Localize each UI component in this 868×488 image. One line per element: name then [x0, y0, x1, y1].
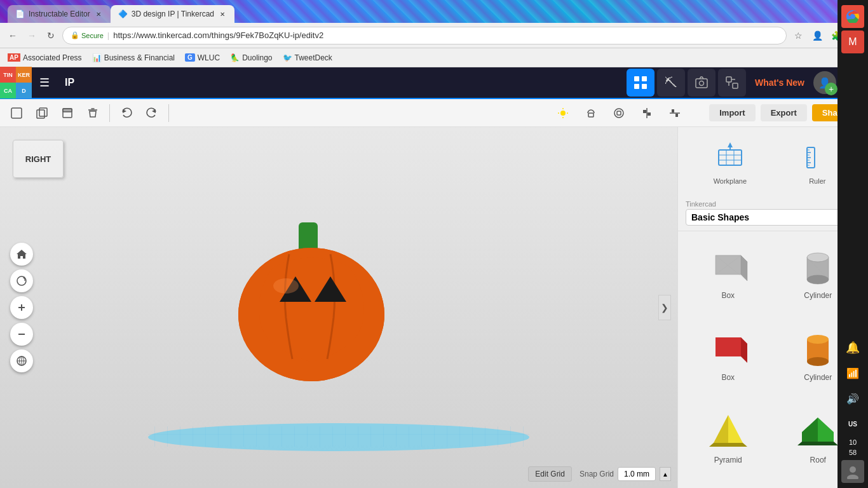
panel-category-parent: Tinkercad: [686, 200, 860, 208]
add-user-button[interactable]: +: [825, 83, 837, 95]
secure-badge: 🔒 Secure: [71, 31, 104, 39]
undo-button[interactable]: [115, 102, 138, 125]
align-objects-button[interactable]: [635, 102, 658, 125]
svg-marker-67: [741, 255, 747, 281]
viewport[interactable]: RIGHT: [0, 127, 677, 488]
zoom-in-button[interactable]: [10, 296, 33, 319]
volume-icon[interactable]: 🔊: [841, 387, 864, 410]
panel-category-select[interactable]: Basic Shapes ▼: [686, 209, 860, 226]
tab-tinkercad[interactable]: 🔷 3D design IP | Tinkercad ✕: [111, 5, 234, 23]
tab-close-2[interactable]: ✕: [218, 10, 227, 18]
bookmark-button[interactable]: ☆: [790, 28, 806, 43]
shape-box-red[interactable]: Box: [686, 321, 771, 398]
region-icon[interactable]: US: [841, 412, 864, 435]
whats-new-link[interactable]: What's New: [749, 78, 811, 88]
copy-button[interactable]: [31, 102, 53, 125]
svg-rect-29: [643, 110, 646, 113]
gmail-icon[interactable]: M: [841, 30, 864, 53]
panel-collapse-arrow[interactable]: ❯: [658, 295, 671, 320]
pumpkin-model[interactable]: [222, 203, 400, 381]
rotate-view-button[interactable]: [10, 269, 33, 292]
shape-pyramid-yellow[interactable]: Pyramid: [686, 403, 771, 480]
ruler-label: Ruler: [809, 177, 825, 185]
notification-icon[interactable]: 🔔: [841, 336, 864, 359]
import-button[interactable]: Import: [709, 104, 755, 121]
logo-cell-ker: KER: [16, 67, 32, 83]
svg-rect-1: [642, 76, 647, 81]
roof-green-label: Roof: [810, 456, 826, 464]
svg-marker-56: [728, 142, 733, 147]
svg-point-72: [807, 253, 829, 262]
tab-title-1: Instructable Editor: [29, 10, 90, 18]
shape-align-button[interactable]: [580, 102, 602, 125]
world-view-button[interactable]: [10, 349, 33, 372]
svg-point-5: [699, 81, 703, 86]
shape-box-grey[interactable]: Box: [686, 239, 771, 316]
zoom-out-button[interactable]: [10, 323, 33, 346]
workplane-button[interactable]: Workplane: [706, 135, 754, 190]
hamburger-menu[interactable]: ☰: [32, 67, 57, 98]
profile-button[interactable]: 👤: [810, 28, 825, 43]
distribute-objects-button[interactable]: [663, 102, 686, 125]
shape-group-button[interactable]: [607, 102, 630, 125]
tinkercad-logo[interactable]: TIN KER CA D: [0, 67, 32, 98]
new-shape-button[interactable]: [5, 102, 28, 125]
cylinder-grey-icon: [792, 244, 843, 288]
roof-green-icon: [792, 409, 843, 453]
cylinder-grey-label: Cylinder: [804, 291, 832, 300]
svg-point-20: [560, 111, 566, 116]
box-grey-icon: [703, 244, 754, 288]
home-view-button[interactable]: [10, 243, 33, 266]
svg-point-89: [850, 466, 856, 473]
svg-point-26: [614, 109, 623, 118]
svg-rect-25: [588, 113, 593, 117]
snap-increment-button[interactable]: ▲: [660, 467, 671, 481]
grid-view-button[interactable]: [627, 69, 654, 97]
cylinder-orange-icon: [792, 326, 843, 370]
user-avatar-tray[interactable]: [841, 460, 864, 483]
back-button[interactable]: ←: [5, 28, 20, 43]
browser-frame: 📄 Instructable Editor ✕ 🔷 3D design IP |…: [0, 0, 868, 488]
bookmark-ap[interactable]: AP Associated Press: [5, 52, 85, 64]
camera-button[interactable]: [688, 69, 715, 97]
address-input[interactable]: 🔒 Secure | https://www.tinkercad.com/thi…: [62, 27, 787, 44]
bookmark-business[interactable]: 📊 Business & Financial: [90, 52, 177, 64]
svg-rect-51: [719, 150, 742, 165]
svg-rect-30: [648, 112, 651, 116]
paste-button[interactable]: [56, 102, 79, 125]
box-grey-label: Box: [721, 291, 735, 300]
light-button[interactable]: [552, 102, 574, 125]
bookmark-duolingo[interactable]: 🦜 Duolingo: [227, 52, 275, 64]
svg-marker-81: [714, 415, 728, 443]
address-bar: ← → ↻ 🔒 Secure | https://www.tinkercad.c…: [0, 23, 868, 48]
svg-rect-2: [634, 84, 639, 89]
system-tray: M 🔔 📶 🔊 US 10 58: [837, 0, 868, 488]
redo-button[interactable]: [140, 102, 163, 125]
svg-marker-84: [802, 417, 818, 442]
edit-grid-button[interactable]: Edit Grid: [528, 466, 572, 482]
svg-rect-0: [634, 76, 639, 81]
export-button[interactable]: Export: [761, 104, 807, 121]
chrome-icon[interactable]: [841, 5, 864, 28]
wifi-icon[interactable]: 📶: [841, 362, 864, 384]
tab-instructable[interactable]: 📄 Instructable Editor ✕: [8, 5, 111, 23]
pickaxe-button[interactable]: ⛏: [657, 69, 685, 97]
bookmark-wluc[interactable]: G WLUC: [182, 52, 222, 64]
wluc-icon: G: [185, 53, 195, 62]
ruler-button[interactable]: Ruler: [794, 135, 840, 190]
project-name[interactable]: IP: [57, 77, 627, 88]
svg-point-73: [807, 275, 829, 284]
tab-close-1[interactable]: ✕: [94, 10, 103, 18]
delete-button[interactable]: [81, 102, 104, 125]
grid-plane: [142, 421, 536, 453]
forward-button[interactable]: →: [24, 28, 39, 43]
workplane-label: Workplane: [714, 177, 747, 185]
svg-marker-82: [728, 415, 743, 443]
bookmark-tweetdeck[interactable]: 🐦 TweetDeck: [280, 52, 335, 64]
panel-category-name: Basic Shapes: [691, 212, 846, 222]
transform-button[interactable]: [718, 69, 746, 97]
reload-button[interactable]: ↻: [43, 28, 58, 43]
box-red-label: Box: [721, 373, 735, 382]
tab-favicon-2: 🔷: [118, 10, 128, 18]
snap-grid-input[interactable]: [618, 467, 656, 481]
